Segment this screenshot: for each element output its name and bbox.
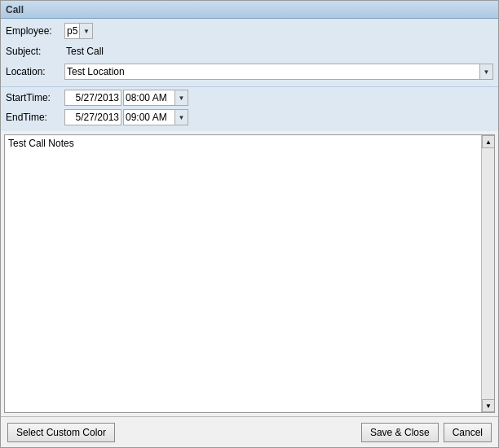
start-time-dropdown-arrow: ▼ xyxy=(179,94,185,102)
end-time-dropdown-btn[interactable]: ▼ xyxy=(174,110,188,125)
subject-label: Subject: xyxy=(6,46,64,57)
employee-row: Employee: p5 ▼ xyxy=(6,22,493,40)
employee-dropdown-arrow: ▼ xyxy=(83,28,90,35)
save-close-button[interactable]: Save & Close xyxy=(361,423,439,442)
scroll-up-icon: ▲ xyxy=(485,138,492,146)
location-row: Location: ▼ xyxy=(6,63,493,81)
employee-label: Employee: xyxy=(6,25,64,37)
custom-color-button[interactable]: Select Custom Color xyxy=(7,423,115,442)
location-input[interactable] xyxy=(65,66,479,77)
end-time-input[interactable] xyxy=(124,112,174,123)
time-section: StartTime: ▼ EndTime: ▼ xyxy=(1,86,498,131)
scroll-track xyxy=(482,148,494,399)
window-title: Call xyxy=(6,4,24,15)
notes-inner: ▲ ▼ xyxy=(4,134,495,413)
start-time-row: StartTime: ▼ xyxy=(6,89,493,107)
title-bar: Call xyxy=(1,1,498,19)
end-time-row: EndTime: ▼ xyxy=(6,108,493,126)
subject-row: Subject: xyxy=(6,42,493,60)
bottom-bar: Select Custom Color Save & Close Cancel xyxy=(1,416,498,447)
location-label: Location: xyxy=(6,66,64,77)
end-date-input[interactable] xyxy=(64,109,121,125)
notes-textarea[interactable] xyxy=(5,135,481,412)
employee-select-wrap: p5 ▼ xyxy=(64,23,93,39)
start-time-dropdown-btn[interactable]: ▼ xyxy=(174,90,188,105)
call-window: Call Employee: p5 ▼ Subject: Location: xyxy=(0,0,499,448)
form-area: Employee: p5 ▼ Subject: Location: ▼ xyxy=(1,19,498,86)
end-time-dropdown-arrow: ▼ xyxy=(179,114,185,121)
location-dropdown-arrow: ▼ xyxy=(484,68,490,76)
end-time-wrap: ▼ xyxy=(123,109,188,125)
start-time-wrap: ▼ xyxy=(123,90,188,106)
start-date-input[interactable] xyxy=(64,90,121,106)
scroll-down-btn[interactable]: ▼ xyxy=(482,399,495,412)
scroll-down-icon: ▼ xyxy=(485,402,492,410)
location-input-wrap: ▼ xyxy=(64,64,493,80)
scroll-up-btn[interactable]: ▲ xyxy=(482,135,495,148)
employee-dropdown-btn[interactable]: ▼ xyxy=(79,24,92,38)
notes-section: ▲ ▼ xyxy=(1,131,498,416)
employee-value: p5 xyxy=(65,25,79,37)
location-dropdown-btn[interactable]: ▼ xyxy=(479,64,492,79)
notes-scrollbar: ▲ ▼ xyxy=(481,135,494,412)
start-time-label: StartTime: xyxy=(6,92,64,103)
end-time-label: EndTime: xyxy=(6,112,64,123)
start-time-input[interactable] xyxy=(124,92,174,103)
cancel-button[interactable]: Cancel xyxy=(444,423,492,442)
subject-input[interactable] xyxy=(64,43,309,59)
